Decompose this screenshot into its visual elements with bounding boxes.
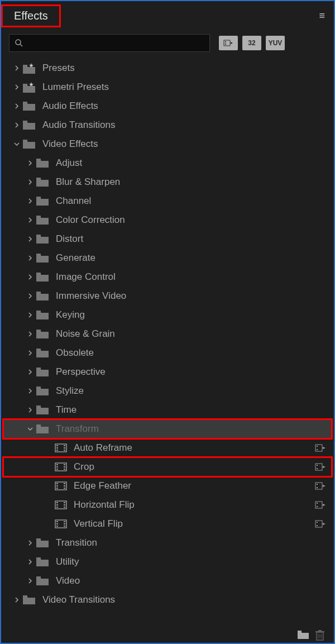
- search-box: [9, 34, 210, 52]
- tree-item-obsolete[interactable]: Obsolete: [3, 344, 332, 362]
- accelerated-icon: [315, 462, 326, 471]
- tree-item-vertical-flip[interactable]: Vertical Flip: [3, 514, 332, 533]
- folder-icon: [36, 196, 49, 206]
- chevron-right-icon[interactable]: [25, 366, 36, 378]
- tree-item-lumetri[interactable]: Lumetri Presets: [3, 78, 332, 97]
- tree-item-video-effects[interactable]: Video Effects: [3, 135, 332, 154]
- folder-icon: [36, 538, 49, 548]
- chevron-right-icon[interactable]: [25, 195, 36, 207]
- svg-rect-18: [36, 311, 41, 312]
- svg-rect-58: [56, 507, 58, 508]
- tree-item-label: Vertical Flip: [74, 518, 123, 529]
- tree-item-keying[interactable]: Keying: [3, 306, 332, 325]
- svg-rect-44: [317, 468, 318, 469]
- chevron-right-icon[interactable]: [11, 594, 22, 605]
- tree-item-label: Immersive Video: [56, 290, 126, 302]
- tree-item-utility[interactable]: Utility: [3, 552, 332, 571]
- tree-item-perspective[interactable]: Perspective: [3, 362, 332, 381]
- delete-icon[interactable]: [315, 629, 327, 640]
- chevron-right-icon[interactable]: [25, 537, 36, 548]
- svg-rect-50: [64, 485, 65, 486]
- chevron-right-icon[interactable]: [25, 290, 36, 302]
- chevron-right-icon[interactable]: [25, 556, 36, 567]
- chevron-right-icon[interactable]: [25, 158, 36, 169]
- folder-icon: [36, 310, 49, 320]
- chevron-right-icon[interactable]: [25, 385, 36, 397]
- svg-rect-82: [318, 630, 322, 631]
- folder-icon: [36, 215, 49, 225]
- tree-item-auto-reframe[interactable]: Auto Reframe: [3, 438, 332, 457]
- tree-item-presets[interactable]: Presets: [3, 59, 332, 78]
- tree-item-video[interactable]: Video: [3, 571, 332, 590]
- tree-item-adjust[interactable]: Adjust: [3, 154, 332, 173]
- svg-rect-24: [36, 424, 41, 426]
- svg-rect-52: [315, 483, 322, 489]
- chevron-down-icon[interactable]: [25, 423, 36, 435]
- chevron-right-icon[interactable]: [25, 176, 36, 188]
- svg-rect-7: [23, 102, 27, 103]
- svg-rect-62: [315, 502, 322, 508]
- 32bit-effects-badge[interactable]: 32: [242, 36, 261, 50]
- accelerated-icon: [315, 443, 326, 452]
- yuv-effects-badge[interactable]: YUV: [266, 36, 285, 50]
- preset-folder-icon: [22, 82, 36, 92]
- tree-item-edge-feather[interactable]: Edge Feather: [3, 476, 332, 495]
- tree-item-horizontal-flip[interactable]: Horizontal Flip: [3, 495, 332, 514]
- tree-item-image-control[interactable]: Image Control: [3, 268, 332, 287]
- tree-item-immersive[interactable]: Immersive Video: [3, 287, 332, 306]
- folder-icon: [36, 424, 49, 434]
- new-bin-icon[interactable]: [297, 629, 309, 640]
- tree-item-channel[interactable]: Channel: [3, 192, 332, 211]
- folder-icon: [36, 272, 49, 282]
- svg-rect-40: [64, 466, 65, 468]
- svg-rect-33: [317, 446, 318, 447]
- svg-rect-68: [56, 526, 58, 527]
- chevron-right-icon[interactable]: [25, 404, 36, 416]
- chevron-right-icon[interactable]: [11, 63, 22, 74]
- tree-item-distort[interactable]: Distort: [3, 230, 332, 249]
- tree-item-blur[interactable]: Blur & Sharpen: [3, 173, 332, 192]
- effect-icon: [55, 481, 67, 491]
- tree-item-audio-effects[interactable]: Audio Effects: [3, 97, 332, 116]
- chevron-right-icon[interactable]: [11, 101, 22, 112]
- tree-item-label: Color Correction: [56, 214, 125, 226]
- chevron-right-icon[interactable]: [25, 233, 36, 245]
- tree-item-generate[interactable]: Generate: [3, 249, 332, 268]
- tree-item-video-transitions[interactable]: Video Transitions: [3, 590, 332, 609]
- chevron-down-icon[interactable]: [11, 139, 22, 150]
- tree-item-label: Generate: [56, 252, 95, 264]
- tree-item-transition[interactable]: Transition: [3, 533, 332, 552]
- chevron-right-icon[interactable]: [25, 271, 36, 283]
- chevron-right-icon[interactable]: [11, 120, 22, 131]
- svg-point-0: [16, 40, 21, 45]
- tree-item-label: Video Effects: [42, 139, 98, 150]
- tree-item-transform[interactable]: Transform: [3, 419, 332, 438]
- svg-rect-15: [36, 254, 41, 255]
- chevron-right-icon[interactable]: [25, 309, 36, 321]
- tree-item-time[interactable]: Time: [3, 400, 332, 419]
- tree-item-crop[interactable]: Crop: [3, 457, 332, 476]
- accelerated-effects-badge[interactable]: [219, 36, 238, 50]
- panel-menu-button[interactable]: ≡: [314, 8, 329, 24]
- tree-item-label: Stylize: [56, 385, 84, 397]
- chevron-right-icon[interactable]: [25, 347, 36, 359]
- chevron-right-icon[interactable]: [11, 82, 22, 93]
- chevron-right-icon[interactable]: [25, 252, 36, 264]
- svg-rect-56: [56, 502, 58, 503]
- tree-item-noise[interactable]: Noise & Grain: [3, 325, 332, 344]
- tree-item-audio-transitions[interactable]: Audio Transitions: [3, 116, 332, 135]
- tree-item-stylize[interactable]: Stylize: [3, 381, 332, 400]
- tree-item-label: Edge Feather: [74, 480, 131, 492]
- tree-item-label: Transition: [56, 537, 97, 548]
- tree-item-label: Perspective: [56, 366, 106, 378]
- svg-rect-60: [64, 504, 65, 505]
- svg-rect-57: [56, 504, 58, 505]
- tree-item-color-correction[interactable]: Color Correction: [3, 211, 332, 230]
- folder-icon: [36, 557, 49, 567]
- tree-item-label: Keying: [56, 309, 85, 321]
- search-input[interactable]: [9, 34, 210, 52]
- panel-tab-effects[interactable]: Effects: [1, 4, 61, 27]
- chevron-right-icon[interactable]: [25, 214, 36, 226]
- chevron-right-icon[interactable]: [25, 328, 36, 340]
- chevron-right-icon[interactable]: [25, 575, 36, 586]
